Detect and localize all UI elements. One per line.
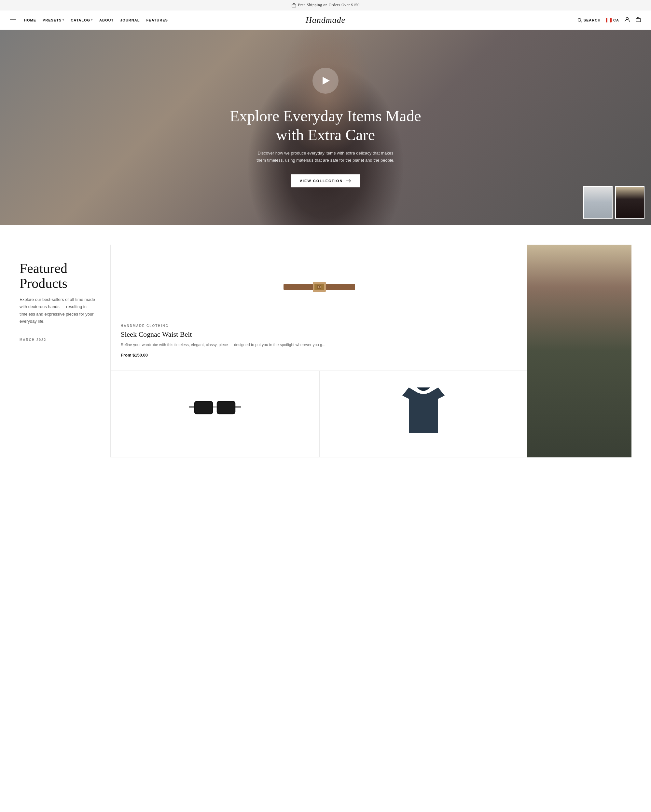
hamburger-menu[interactable]	[10, 19, 16, 21]
nav-right: SEARCH CA	[578, 17, 641, 23]
section-spacer	[0, 225, 651, 245]
user-icon	[624, 17, 630, 23]
svg-rect-4	[636, 18, 640, 22]
product-category-belt: HANDMADE CLOTHING	[121, 324, 518, 328]
hero-title: Explore Everyday Items Made with Extra C…	[218, 107, 433, 144]
svg-rect-16	[217, 401, 235, 414]
nav-item-features[interactable]: FEATURES	[146, 18, 168, 22]
nav-links: HOME PRESETS ▾ CATALOG ▾ ABOUT	[24, 18, 168, 22]
tshirt-illustration	[402, 388, 445, 433]
nav-center: Handmade	[306, 15, 345, 25]
chevron-down-icon: ▾	[91, 18, 93, 21]
product-desc-belt: Refine your wardrobe with this timeless,…	[121, 342, 518, 348]
product-image-sunglasses	[121, 381, 309, 440]
region-selector[interactable]: CA	[606, 18, 619, 23]
svg-rect-0	[292, 4, 296, 7]
product-card-belt: HANDMADE CLOTHING Sleek Cognac Waist Bel…	[111, 245, 527, 371]
featured-products-section: Featured Products Explore our best-selle…	[0, 245, 651, 457]
product-image-tshirt	[329, 381, 518, 440]
hero-thumbnail-1[interactable]	[583, 186, 613, 218]
bag-cart-icon	[636, 17, 641, 23]
hero-subtitle: Discover how we produce everyday items w…	[254, 150, 397, 164]
nav-link-features[interactable]: FEATURES	[146, 18, 168, 22]
nav-item-catalog[interactable]: CATALOG ▾	[70, 18, 93, 22]
nav-link-presets[interactable]: PRESETS ▾	[43, 18, 64, 22]
featured-right-model-image	[527, 245, 631, 457]
nav-item-home[interactable]: HOME	[24, 18, 36, 22]
svg-point-11	[319, 286, 320, 288]
product-price-belt: From $150.00	[121, 353, 518, 357]
belt-illustration	[284, 279, 355, 295]
nav-left: HOME PRESETS ▾ CATALOG ▾ ABOUT	[10, 18, 168, 22]
search-button[interactable]: SEARCH	[578, 18, 601, 23]
featured-date: MARCH 2022	[20, 338, 101, 342]
product-image-belt	[121, 258, 518, 316]
nav-link-journal[interactable]: JOURNAL	[120, 18, 140, 22]
hero-thumbnails	[583, 186, 645, 218]
hero-content: Explore Everyday Items Made with Extra C…	[212, 68, 439, 187]
svg-rect-15	[195, 401, 212, 414]
sunglasses-illustration	[189, 399, 241, 421]
main-nav: HOME PRESETS ▾ CATALOG ▾ ABOUT	[24, 18, 168, 22]
bag-icon	[292, 3, 296, 8]
nav-item-about[interactable]: ABOUT	[99, 18, 114, 22]
arrow-right-icon	[346, 179, 351, 183]
featured-description: Explore our best-sellers of all time mad…	[20, 296, 101, 325]
nav-link-about[interactable]: ABOUT	[99, 18, 114, 22]
announcement-bar: Free Shipping on Orders Over $150	[0, 0, 651, 11]
cart-button[interactable]	[636, 17, 641, 23]
svg-line-2	[581, 21, 582, 22]
chevron-down-icon: ▾	[63, 18, 64, 21]
products-row-second	[111, 371, 527, 457]
view-collection-button[interactable]: VIEW COLLECTION	[291, 174, 361, 188]
nav-link-catalog[interactable]: CATALOG ▾	[70, 18, 93, 22]
hero-thumbnail-2[interactable]	[615, 186, 645, 218]
featured-title: Featured Products	[20, 261, 101, 291]
canada-flag-icon	[606, 18, 611, 23]
nav-item-presets[interactable]: PRESETS ▾	[43, 18, 64, 22]
product-card-sunglasses	[111, 371, 319, 457]
featured-products-grid: HANDMADE CLOTHING Sleek Cognac Waist Bel…	[111, 245, 527, 457]
hero-section: Explore Everyday Items Made with Extra C…	[0, 30, 651, 225]
account-button[interactable]	[624, 17, 630, 23]
logo[interactable]: Handmade	[306, 15, 345, 25]
product-card-tshirt	[319, 371, 528, 457]
nav-item-journal[interactable]: JOURNAL	[120, 18, 140, 22]
product-name-belt: Sleek Cognac Waist Belt	[121, 330, 518, 339]
header: HOME PRESETS ▾ CATALOG ▾ ABOUT	[0, 11, 651, 30]
nav-link-home[interactable]: HOME	[24, 18, 36, 22]
announcement-text: Free Shipping on Orders Over $150	[298, 3, 360, 8]
featured-info-column: Featured Products Explore our best-selle…	[20, 245, 111, 457]
search-icon	[578, 18, 582, 23]
play-video-button[interactable]	[312, 68, 339, 94]
